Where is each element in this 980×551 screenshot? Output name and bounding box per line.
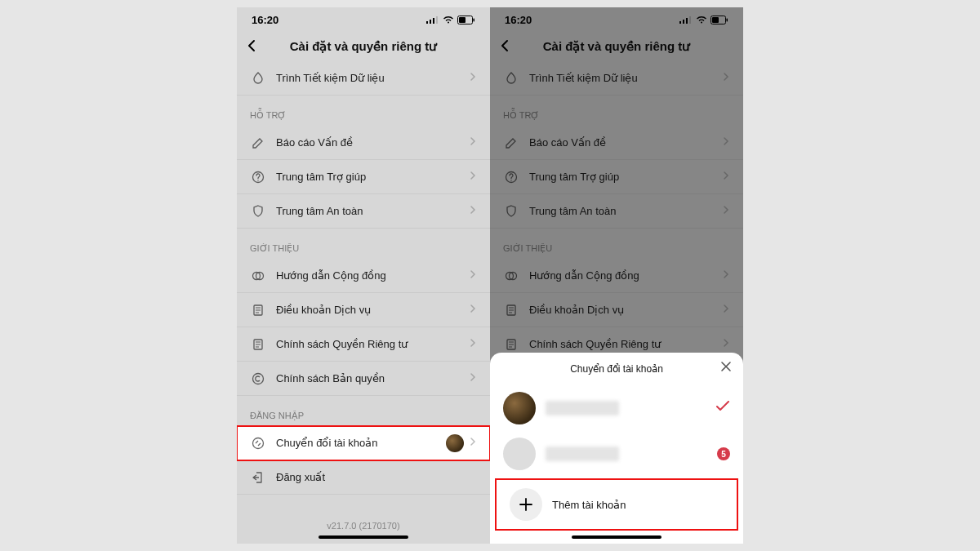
phone-right: 16:20 Cài đặt và quyền riêng tư Trình Ti… bbox=[490, 7, 743, 544]
svg-rect-3 bbox=[436, 16, 438, 24]
sheet-header: Chuyển đổi tài khoản bbox=[490, 353, 743, 385]
back-button[interactable] bbox=[498, 38, 513, 56]
copyright-icon bbox=[250, 371, 266, 387]
chevron-right-icon bbox=[722, 269, 730, 282]
row-label: Chuyển đổi tài khoản bbox=[276, 437, 446, 449]
row-label: Điều khoản Dịch vụ bbox=[529, 304, 722, 316]
row-label: Đăng xuất bbox=[276, 471, 477, 483]
chevron-right-icon bbox=[469, 304, 477, 316]
row-label: Hướng dẫn Cộng đồng bbox=[529, 269, 722, 282]
chevron-right-icon bbox=[469, 136, 477, 149]
row-report[interactable]: Báo cáo Vấn đề bbox=[237, 126, 490, 160]
account-row-1[interactable] bbox=[490, 385, 743, 431]
avatar bbox=[503, 392, 536, 424]
chevron-right-icon bbox=[469, 338, 477, 350]
signal-icon bbox=[679, 16, 693, 24]
svg-rect-6 bbox=[474, 18, 475, 21]
wifi-icon bbox=[696, 16, 707, 24]
svg-rect-1 bbox=[430, 20, 431, 24]
question-icon bbox=[250, 169, 266, 185]
page-header: Cài đặt và quyền riêng tư bbox=[490, 32, 743, 61]
chevron-right-icon bbox=[469, 269, 477, 282]
svg-point-13 bbox=[253, 438, 264, 448]
row-help[interactable]: Trung tâm Trợ giúp bbox=[490, 160, 743, 194]
shield-icon bbox=[503, 203, 519, 220]
back-button[interactable] bbox=[245, 38, 260, 56]
water-drop-icon bbox=[250, 70, 266, 87]
account-name-redacted bbox=[546, 401, 619, 415]
row-guidelines[interactable]: Hướng dẫn Cộng đồng bbox=[490, 259, 743, 293]
chevron-right-icon bbox=[722, 338, 730, 350]
row-label: Trung tâm An toàn bbox=[529, 205, 722, 217]
chevron-right-icon bbox=[722, 72, 730, 84]
chevron-right-icon bbox=[469, 205, 477, 217]
question-icon bbox=[503, 169, 519, 185]
row-help[interactable]: Trung tâm Trợ giúp bbox=[237, 160, 490, 194]
section-support: HỖ TRỢ bbox=[237, 96, 490, 126]
section-login: ĐĂNG NHẬP bbox=[237, 396, 490, 426]
version-text: v21.7.0 (2170170) bbox=[237, 521, 490, 531]
circles-icon bbox=[250, 268, 266, 284]
row-data-saver[interactable]: Trình Tiết kiệm Dữ liệu bbox=[490, 61, 743, 96]
switch-account-sheet: Chuyển đổi tài khoản 5 bbox=[490, 353, 743, 544]
notification-badge: 5 bbox=[717, 447, 730, 460]
section-support: HỖ TRỢ bbox=[490, 96, 743, 126]
avatar bbox=[503, 438, 536, 470]
svg-rect-2 bbox=[433, 18, 434, 24]
battery-icon bbox=[710, 16, 728, 24]
page-title: Cài đặt và quyền riêng tư bbox=[290, 39, 438, 54]
status-bar: 16:20 bbox=[490, 7, 743, 32]
water-drop-icon bbox=[503, 70, 519, 87]
row-privacy[interactable]: Chính sách Quyền Riêng tư bbox=[237, 327, 490, 362]
account-row-2[interactable]: 5 bbox=[490, 431, 743, 477]
svg-rect-5 bbox=[459, 17, 466, 23]
close-icon bbox=[720, 361, 732, 372]
row-guidelines[interactable]: Hướng dẫn Cộng đồng bbox=[237, 259, 490, 293]
svg-point-12 bbox=[253, 373, 264, 384]
section-about: GIỚI THIỆU bbox=[490, 229, 743, 259]
row-report[interactable]: Báo cáo Vấn đề bbox=[490, 126, 743, 160]
pencil-icon bbox=[503, 135, 519, 151]
svg-rect-0 bbox=[426, 21, 428, 24]
phone-left: 16:20 Cài đặt và quyền riêng tư Trình Ti… bbox=[237, 7, 490, 544]
row-terms[interactable]: Điều khoản Dịch vụ bbox=[237, 293, 490, 327]
close-button[interactable] bbox=[720, 361, 732, 375]
row-logout[interactable]: Đăng xuất bbox=[237, 460, 490, 495]
status-indicators bbox=[426, 16, 475, 24]
document-icon bbox=[250, 302, 266, 318]
chevron-left-icon bbox=[498, 38, 513, 53]
logout-icon bbox=[250, 469, 266, 486]
pencil-icon bbox=[250, 135, 266, 151]
svg-rect-20 bbox=[727, 18, 728, 21]
shield-icon bbox=[250, 203, 266, 220]
chevron-right-icon bbox=[722, 171, 730, 183]
document-icon bbox=[503, 336, 519, 353]
home-indicator[interactable] bbox=[318, 535, 408, 539]
row-label: Chính sách Bản quyền bbox=[276, 372, 469, 384]
chevron-right-icon bbox=[469, 171, 477, 183]
add-account-row[interactable]: Thêm tài khoản bbox=[497, 480, 737, 529]
chevron-right-icon bbox=[722, 136, 730, 149]
status-bar: 16:20 bbox=[237, 7, 490, 32]
row-safety[interactable]: Trung tâm An toàn bbox=[237, 194, 490, 229]
document-icon bbox=[503, 302, 519, 318]
chevron-right-icon bbox=[469, 72, 477, 84]
chevron-left-icon bbox=[245, 38, 260, 53]
row-copyright[interactable]: Chính sách Bản quyền bbox=[237, 362, 490, 396]
circles-icon bbox=[503, 268, 519, 284]
status-time: 16:20 bbox=[505, 14, 532, 26]
add-account-label: Thêm tài khoản bbox=[552, 499, 626, 511]
sheet-title: Chuyển đổi tài khoản bbox=[570, 363, 663, 375]
chevron-right-icon bbox=[722, 205, 730, 217]
row-switch-account[interactable]: Chuyển đổi tài khoản bbox=[237, 426, 490, 460]
page-header: Cài đặt và quyền riêng tư bbox=[237, 32, 490, 61]
status-indicators bbox=[679, 16, 728, 24]
home-indicator[interactable] bbox=[572, 535, 662, 539]
row-terms[interactable]: Điều khoản Dịch vụ bbox=[490, 293, 743, 327]
svg-rect-14 bbox=[679, 21, 681, 24]
status-time: 16:20 bbox=[252, 14, 278, 26]
row-data-saver[interactable]: Trình Tiết kiệm Dữ liệu bbox=[237, 61, 490, 96]
row-safety[interactable]: Trung tâm An toàn bbox=[490, 194, 743, 229]
page-title: Cài đặt và quyền riêng tư bbox=[543, 39, 691, 54]
svg-rect-19 bbox=[712, 17, 719, 23]
